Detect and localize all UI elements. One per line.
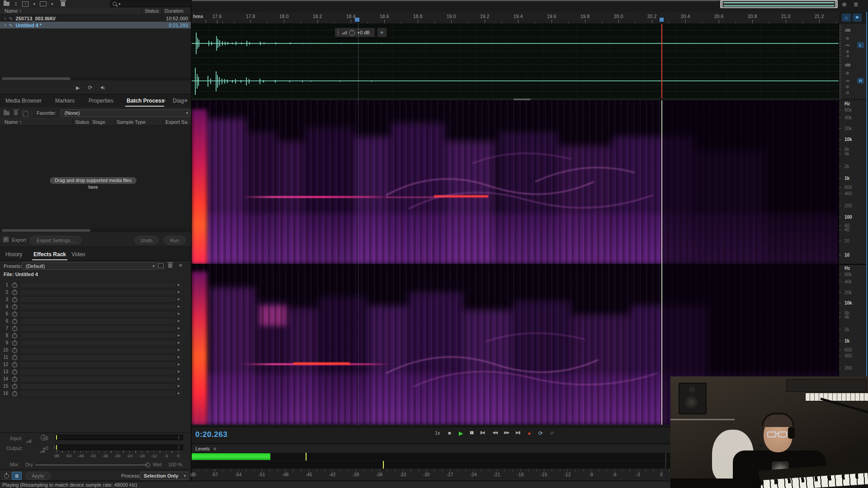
- file-row-selected[interactable]: › ∿ Untitled 4 * 0:21.293: [0, 22, 191, 28]
- slot-arrow-icon[interactable]: ▸: [178, 325, 180, 330]
- record-button[interactable]: ●: [528, 430, 531, 436]
- tab-media-browser[interactable]: Media Browser: [5, 98, 42, 104]
- effects-slot[interactable]: 2▸: [0, 289, 191, 296]
- hud-pin-button[interactable]: ⌖: [377, 28, 387, 38]
- slot-arrow-icon[interactable]: ▸: [178, 311, 180, 316]
- scrollbar-thumb[interactable]: [2, 77, 71, 80]
- slot-field[interactable]: [20, 311, 176, 317]
- rack-list-toggle-button[interactable]: ≣: [12, 472, 22, 480]
- apply-button[interactable]: Apply: [25, 472, 51, 480]
- effects-slot[interactable]: 9▸: [0, 339, 191, 346]
- effects-slot[interactable]: 16▸: [0, 390, 191, 397]
- slot-arrow-icon[interactable]: ▸: [178, 390, 180, 395]
- slot-arrow-icon[interactable]: ▸: [178, 347, 180, 352]
- loop-playback-button[interactable]: ⟳: [538, 430, 543, 436]
- slot-power-button[interactable]: [11, 354, 19, 361]
- slot-power-button[interactable]: [11, 282, 19, 289]
- new-item-icon[interactable]: +: [22, 1, 28, 7]
- export-checkbox[interactable]: ✓: [3, 236, 9, 243]
- selection-start-marker[interactable]: [355, 18, 359, 22]
- slot-power-button[interactable]: [11, 296, 19, 303]
- slot-power-button[interactable]: [11, 340, 19, 347]
- effects-slot[interactable]: 12▸: [0, 361, 191, 368]
- slot-field[interactable]: [20, 340, 176, 346]
- rack-power-button[interactable]: [2, 472, 11, 480]
- preview-autoplay-icon[interactable]: ): [101, 86, 105, 90]
- slot-field[interactable]: [20, 304, 176, 310]
- hud-grip-handle[interactable]: [337, 30, 340, 35]
- play-button[interactable]: ▶: [459, 430, 463, 436]
- slot-power-button[interactable]: [11, 383, 19, 390]
- skip-end-button[interactable]: ▶▮: [516, 430, 520, 435]
- new-item-caret-icon[interactable]: ▾: [33, 2, 35, 6]
- preview-play-icon[interactable]: ▶: [76, 85, 80, 91]
- batch-hscrollbar[interactable]: [0, 229, 191, 232]
- zoom-navigator-icon[interactable]: ⊕: [842, 1, 847, 8]
- transfer-button[interactable]: ⇄: [550, 430, 554, 436]
- media-caret-icon[interactable]: ▾: [51, 2, 53, 6]
- tab-video[interactable]: Video: [71, 251, 85, 258]
- slot-arrow-icon[interactable]: ▸: [178, 361, 180, 366]
- rack-panel-menu-icon[interactable]: ≡: [61, 251, 64, 257]
- batch-duplicate-icon[interactable]: [22, 110, 27, 116]
- effects-slot[interactable]: 6▸: [0, 318, 191, 324]
- rewind-button[interactable]: ◀◀: [492, 430, 497, 435]
- save-preset-icon[interactable]: [158, 263, 164, 268]
- slot-power-button[interactable]: [11, 390, 19, 397]
- slot-field[interactable]: [20, 289, 176, 296]
- navigator-handle-left[interactable]: [721, 1, 723, 7]
- batch-dropzone[interactable]: Drag and drop supported media files here: [0, 125, 191, 229]
- levels-panel-menu-icon[interactable]: ≡: [213, 446, 216, 451]
- effects-slot[interactable]: 10▸: [0, 347, 191, 353]
- undo-button[interactable]: Undo: [135, 236, 158, 244]
- slot-power-button[interactable]: [11, 376, 19, 383]
- slot-field[interactable]: [20, 347, 176, 353]
- mix-slider-track[interactable]: [35, 465, 147, 465]
- effects-slot[interactable]: 8▸: [0, 332, 191, 339]
- slot-field[interactable]: [20, 383, 176, 389]
- waveform-display[interactable]: +0 dB ⌖: [192, 24, 839, 99]
- tab-properties[interactable]: Properties: [89, 98, 113, 104]
- tab-batch-process[interactable]: Batch Process: [127, 98, 164, 104]
- batch-open-icon[interactable]: [4, 111, 9, 115]
- playhead-marker[interactable]: [660, 18, 664, 22]
- channel-left-badge[interactable]: L: [857, 42, 864, 48]
- slot-arrow-icon[interactable]: ▸: [178, 318, 180, 323]
- effects-slot[interactable]: 11▸: [0, 354, 191, 361]
- effects-slot[interactable]: 4▸: [0, 303, 191, 310]
- pin-icon[interactable]: ⚑: [853, 14, 862, 22]
- slot-field[interactable]: [20, 282, 176, 288]
- slot-power-button[interactable]: [11, 361, 19, 368]
- playback-speed[interactable]: 1x: [435, 430, 440, 436]
- scrollbar-thumb[interactable]: [2, 229, 90, 232]
- hud-gain-control[interactable]: +0 dB: [335, 28, 375, 38]
- batch-panel-menu-icon[interactable]: ≡: [163, 98, 165, 103]
- batch-col-stage[interactable]: Stage: [92, 119, 105, 125]
- slot-arrow-icon[interactable]: ▸: [178, 282, 180, 287]
- effects-slot[interactable]: 13▸: [0, 368, 191, 375]
- hud-gain-knob[interactable]: [349, 30, 355, 36]
- channel-right-badge[interactable]: R: [857, 78, 864, 84]
- playhead-line-spectrogram[interactable]: [661, 100, 662, 425]
- files-col-status[interactable]: Status: [145, 8, 159, 14]
- tab-diagnostics[interactable]: Diagnos: [173, 98, 184, 104]
- slot-power-button[interactable]: [11, 318, 19, 325]
- effects-slot[interactable]: 1▸: [0, 282, 191, 288]
- effects-slot[interactable]: 15▸: [0, 383, 191, 389]
- batch-col-name[interactable]: Name ↑: [5, 119, 22, 125]
- slot-power-button[interactable]: [11, 289, 19, 296]
- spectrogram-top[interactable]: [192, 100, 839, 264]
- expand-icon[interactable]: ›: [5, 23, 6, 28]
- timeline-ruler[interactable]: hms 17.617.818.018.218.418.618.819.019.2…: [192, 12, 839, 24]
- files-col-duration[interactable]: Duration: [165, 8, 184, 14]
- editor-panel-menu-icon[interactable]: ≣: [854, 1, 859, 8]
- export-settings-button[interactable]: Export Settings...: [30, 236, 81, 244]
- effects-slot[interactable]: 14▸: [0, 375, 191, 382]
- slot-arrow-icon[interactable]: ▸: [178, 304, 180, 309]
- run-button[interactable]: Run: [164, 236, 185, 244]
- tab-history[interactable]: History: [5, 251, 22, 258]
- slot-arrow-icon[interactable]: ▸: [178, 369, 180, 374]
- tab-markers[interactable]: Markers: [55, 98, 75, 104]
- playhead-line-waveform[interactable]: [661, 24, 662, 99]
- slot-arrow-icon[interactable]: ▸: [178, 296, 180, 301]
